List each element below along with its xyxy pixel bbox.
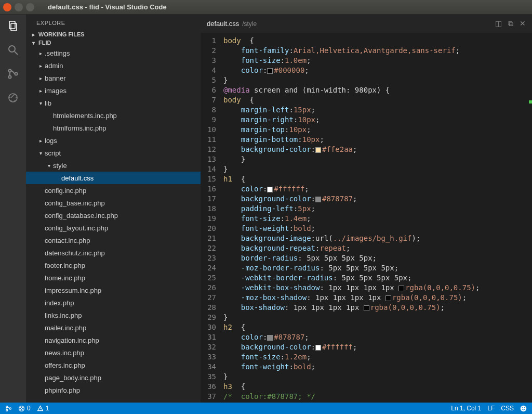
file-item[interactable]: index.php <box>26 296 201 309</box>
close-editor-icon[interactable]: ✕ <box>520 19 526 28</box>
error-count: 0 <box>27 405 31 412</box>
file-item[interactable]: links.inc.php <box>26 309 201 321</box>
language-mode[interactable]: CSS <box>501 405 514 412</box>
tree-label: style <box>53 162 67 170</box>
color-swatch <box>398 286 404 291</box>
window-maximize-button[interactable] <box>26 3 34 11</box>
tree-label: home.inc.php <box>45 274 85 282</box>
folder-item[interactable]: ▸images <box>26 84 201 97</box>
cursor-position[interactable]: Ln 1, Col 1 <box>451 405 481 412</box>
section-label: FLID <box>38 40 51 46</box>
file-item[interactable]: navigation.inc.php <box>26 334 201 346</box>
folder-item[interactable]: ▸banner <box>26 72 201 84</box>
chevron-right-icon: ▸ <box>30 32 36 37</box>
file-item[interactable]: news.inc.php <box>26 346 201 359</box>
file-item[interactable]: config.inc.php <box>26 184 201 197</box>
file-item[interactable]: default.css <box>26 172 201 184</box>
tree-label: logs <box>45 137 57 145</box>
errors-status[interactable]: 0 <box>18 405 31 412</box>
line-number-gutter: 1234567891011121314151617181920212223242… <box>201 33 221 403</box>
file-item[interactable]: datenschutz.inc.php <box>26 247 201 259</box>
window-close-button[interactable] <box>3 3 11 11</box>
file-item[interactable]: config_database.inc.php <box>26 209 201 222</box>
editor-area: default.css /style ◫ ⧉ ✕ 123456789101112… <box>201 15 532 403</box>
folder-item[interactable]: ▾lib <box>26 97 201 109</box>
color-swatch <box>267 335 273 341</box>
tree-label: news.inc.php <box>45 349 84 357</box>
svg-point-14 <box>524 407 525 408</box>
main-area: EXPLORE ▸ WORKING FILES ▾ FLID ▸.setting… <box>0 15 532 403</box>
tree-label: navigation.inc.php <box>45 337 99 344</box>
twisty-icon: ▸ <box>37 63 44 69</box>
file-item[interactable]: htmlforms.inc.php <box>26 122 201 134</box>
folder-item[interactable]: ▸.settings <box>26 47 201 59</box>
svg-point-9 <box>6 409 8 411</box>
file-item[interactable]: config_base.inc.php <box>26 197 201 209</box>
twisty-icon: ▾ <box>37 100 44 106</box>
tree-label: phpinfo.php <box>45 386 80 394</box>
tree-label: config_layout.inc.php <box>45 224 108 232</box>
tree-label: config.inc.php <box>45 187 86 195</box>
tree-label: images <box>45 87 66 95</box>
file-item[interactable]: offers.inc.php <box>26 359 201 371</box>
tree-label: script <box>45 149 61 157</box>
git-branch-status[interactable] <box>5 405 12 412</box>
file-item[interactable]: home.inc.php <box>26 271 201 284</box>
code-content[interactable]: body { font-family:Arial,Helvetica,Avant… <box>221 33 532 403</box>
split-editor-icon[interactable]: ◫ <box>495 19 502 28</box>
tree-label: banner <box>45 74 65 82</box>
tree-label: htmlforms.inc.php <box>53 124 107 132</box>
git-icon[interactable] <box>6 67 20 81</box>
search-icon[interactable] <box>6 43 20 57</box>
window-title: default.css - flid - Visual Studio Code <box>48 3 167 11</box>
file-item[interactable]: contact.inc.php <box>26 234 201 247</box>
sidebar-title: EXPLORE <box>26 15 201 30</box>
color-swatch <box>315 197 321 202</box>
tab-filepath: /style <box>242 20 257 28</box>
feedback-icon[interactable] <box>520 405 527 412</box>
sidebar: EXPLORE ▸ WORKING FILES ▾ FLID ▸.setting… <box>26 15 201 403</box>
twisty-icon: ▸ <box>37 88 44 94</box>
file-item[interactable]: htmlelements.inc.php <box>26 109 201 122</box>
code-editor[interactable]: 1234567891011121314151617181920212223242… <box>201 33 532 403</box>
editor-tab-bar: default.css /style ◫ ⧉ ✕ <box>201 15 532 33</box>
folder-item[interactable]: ▾script <box>26 147 201 159</box>
folder-item[interactable]: ▸logs <box>26 134 201 147</box>
line-ending[interactable]: LF <box>487 405 495 412</box>
file-item[interactable]: impressum.inc.php <box>26 284 201 296</box>
overview-mark <box>529 100 532 104</box>
folder-item[interactable]: ▾style <box>26 159 201 172</box>
file-item[interactable]: footer.inc.php <box>26 259 201 271</box>
file-tree[interactable]: ▸.settings▸admin▸banner▸images▾libhtmlel… <box>26 47 201 403</box>
status-bar: 0 1 Ln 1, Col 1 LF CSS <box>0 403 532 414</box>
explorer-icon[interactable] <box>6 19 20 33</box>
overview-ruler[interactable] <box>525 33 532 403</box>
tree-label: footer.inc.php <box>45 262 85 269</box>
file-item[interactable]: mailer.inc.php <box>26 321 201 334</box>
tree-label: links.inc.php <box>45 312 82 319</box>
window-minimize-button[interactable] <box>15 3 23 11</box>
svg-line-3 <box>15 51 18 55</box>
working-files-header[interactable]: ▸ WORKING FILES <box>26 30 201 38</box>
section-label: WORKING FILES <box>38 31 85 37</box>
color-swatch <box>385 295 391 301</box>
tree-label: admin <box>45 62 63 70</box>
more-actions-icon[interactable]: ⧉ <box>508 19 513 28</box>
window-titlebar: default.css - flid - Visual Studio Code <box>0 0 532 15</box>
project-header[interactable]: ▾ FLID <box>26 38 201 47</box>
tree-label: impressum.inc.php <box>45 287 101 294</box>
tree-label: offers.inc.php <box>45 361 85 369</box>
file-item[interactable]: config_layout.inc.php <box>26 222 201 234</box>
svg-point-5 <box>9 76 11 79</box>
editor-tab[interactable]: default.css /style <box>207 20 257 28</box>
warnings-status[interactable]: 1 <box>37 405 49 412</box>
folder-item[interactable]: ▸admin <box>26 59 201 72</box>
twisty-icon: ▸ <box>37 75 44 81</box>
svg-point-6 <box>15 73 18 75</box>
warning-count: 1 <box>46 405 49 412</box>
debug-icon[interactable] <box>6 90 20 105</box>
tree-label: .settings <box>45 49 70 57</box>
file-item[interactable]: phpinfo.php <box>26 384 201 396</box>
file-item[interactable]: page_body.inc.php <box>26 371 201 384</box>
tree-label: index.php <box>45 299 74 307</box>
